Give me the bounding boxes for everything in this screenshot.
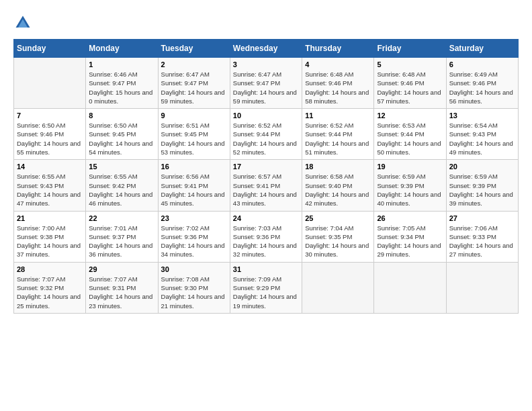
day-number: 7 bbox=[17, 111, 83, 120]
day-cell: 29 Sunrise: 7:07 AM Sunset: 9:31 PM Dayl… bbox=[86, 262, 158, 313]
day-cell: 27 Sunrise: 7:06 AM Sunset: 9:33 PM Dayl… bbox=[446, 211, 518, 262]
day-info: Sunrise: 7:06 AM Sunset: 9:33 PM Dayligh… bbox=[449, 224, 515, 259]
header-cell-friday: Friday bbox=[374, 40, 446, 58]
day-cell: 23 Sunrise: 7:02 AM Sunset: 9:36 PM Dayl… bbox=[158, 211, 230, 262]
day-cell bbox=[302, 262, 374, 313]
day-info: Sunrise: 7:03 AM Sunset: 9:36 PM Dayligh… bbox=[233, 224, 299, 259]
day-info: Sunrise: 6:48 AM Sunset: 9:46 PM Dayligh… bbox=[377, 70, 443, 105]
day-info: Sunrise: 6:51 AM Sunset: 9:45 PM Dayligh… bbox=[161, 121, 227, 156]
header-row: SundayMondayTuesdayWednesdayThursdayFrid… bbox=[14, 40, 519, 58]
day-number: 24 bbox=[233, 214, 299, 222]
day-number: 25 bbox=[305, 214, 371, 222]
day-cell: 5 Sunrise: 6:48 AM Sunset: 9:46 PM Dayli… bbox=[374, 58, 446, 109]
day-info: Sunrise: 6:53 AM Sunset: 9:44 PM Dayligh… bbox=[377, 121, 443, 156]
day-info: Sunrise: 6:59 AM Sunset: 9:39 PM Dayligh… bbox=[377, 172, 443, 208]
day-info: Sunrise: 7:02 AM Sunset: 9:36 PM Dayligh… bbox=[161, 224, 227, 259]
day-info: Sunrise: 6:50 AM Sunset: 9:46 PM Dayligh… bbox=[17, 121, 83, 156]
day-info: Sunrise: 7:07 AM Sunset: 9:31 PM Dayligh… bbox=[89, 275, 154, 310]
day-info: Sunrise: 6:55 AM Sunset: 9:42 PM Dayligh… bbox=[89, 172, 154, 208]
day-cell: 15 Sunrise: 6:55 AM Sunset: 9:42 PM Dayl… bbox=[86, 160, 158, 211]
day-number: 12 bbox=[377, 111, 443, 120]
day-cell: 25 Sunrise: 7:04 AM Sunset: 9:35 PM Dayl… bbox=[302, 211, 374, 262]
day-number: 6 bbox=[449, 60, 515, 68]
day-info: Sunrise: 6:47 AM Sunset: 9:47 PM Dayligh… bbox=[161, 70, 227, 105]
day-info: Sunrise: 7:09 AM Sunset: 9:29 PM Dayligh… bbox=[233, 275, 299, 310]
week-row-4: 21 Sunrise: 7:00 AM Sunset: 9:38 PM Dayl… bbox=[14, 211, 519, 262]
day-cell: 14 Sunrise: 6:55 AM Sunset: 9:43 PM Dayl… bbox=[14, 160, 86, 211]
day-cell: 6 Sunrise: 6:49 AM Sunset: 9:46 PM Dayli… bbox=[446, 58, 518, 109]
header-cell-thursday: Thursday bbox=[302, 40, 374, 58]
header-cell-wednesday: Wednesday bbox=[230, 40, 302, 58]
day-info: Sunrise: 6:55 AM Sunset: 9:43 PM Dayligh… bbox=[17, 172, 83, 208]
week-row-5: 28 Sunrise: 7:07 AM Sunset: 9:32 PM Dayl… bbox=[14, 262, 519, 313]
day-number: 31 bbox=[233, 265, 299, 273]
day-info: Sunrise: 7:07 AM Sunset: 9:32 PM Dayligh… bbox=[17, 275, 83, 310]
day-info: Sunrise: 6:50 AM Sunset: 9:45 PM Dayligh… bbox=[89, 121, 154, 156]
day-info: Sunrise: 6:58 AM Sunset: 9:40 PM Dayligh… bbox=[305, 172, 371, 208]
calendar-table: SundayMondayTuesdayWednesdayThursdayFrid… bbox=[13, 39, 519, 314]
day-cell: 7 Sunrise: 6:50 AM Sunset: 9:46 PM Dayli… bbox=[14, 109, 86, 160]
day-cell: 1 Sunrise: 6:46 AM Sunset: 9:47 PM Dayli… bbox=[86, 58, 158, 109]
day-info: Sunrise: 6:57 AM Sunset: 9:41 PM Dayligh… bbox=[233, 172, 299, 208]
day-cell bbox=[446, 262, 518, 313]
day-info: Sunrise: 7:01 AM Sunset: 9:37 PM Dayligh… bbox=[89, 224, 154, 259]
logo bbox=[13, 13, 35, 32]
day-cell: 4 Sunrise: 6:48 AM Sunset: 9:46 PM Dayli… bbox=[302, 58, 374, 109]
day-number: 13 bbox=[449, 111, 515, 120]
day-number: 17 bbox=[233, 163, 299, 171]
day-info: Sunrise: 6:48 AM Sunset: 9:46 PM Dayligh… bbox=[305, 70, 371, 105]
day-number: 23 bbox=[161, 214, 227, 222]
day-number: 10 bbox=[233, 111, 299, 120]
day-cell: 2 Sunrise: 6:47 AM Sunset: 9:47 PM Dayli… bbox=[158, 58, 230, 109]
day-cell bbox=[374, 262, 446, 313]
page-header bbox=[13, 13, 519, 32]
day-info: Sunrise: 6:52 AM Sunset: 9:44 PM Dayligh… bbox=[233, 121, 299, 156]
day-number: 30 bbox=[161, 265, 227, 273]
day-cell: 11 Sunrise: 6:52 AM Sunset: 9:44 PM Dayl… bbox=[302, 109, 374, 160]
day-number: 29 bbox=[89, 265, 154, 273]
day-number: 11 bbox=[305, 111, 371, 120]
day-number: 28 bbox=[17, 265, 83, 273]
day-cell: 21 Sunrise: 7:00 AM Sunset: 9:38 PM Dayl… bbox=[14, 211, 86, 262]
day-cell: 28 Sunrise: 7:07 AM Sunset: 9:32 PM Dayl… bbox=[14, 262, 86, 313]
day-cell bbox=[14, 58, 86, 109]
day-cell: 22 Sunrise: 7:01 AM Sunset: 9:37 PM Dayl… bbox=[86, 211, 158, 262]
day-info: Sunrise: 6:56 AM Sunset: 9:41 PM Dayligh… bbox=[161, 172, 227, 208]
day-number: 15 bbox=[89, 163, 154, 171]
day-number: 4 bbox=[305, 60, 371, 68]
week-row-3: 14 Sunrise: 6:55 AM Sunset: 9:43 PM Dayl… bbox=[14, 160, 519, 211]
header-cell-saturday: Saturday bbox=[446, 40, 518, 58]
day-cell: 17 Sunrise: 6:57 AM Sunset: 9:41 PM Dayl… bbox=[230, 160, 302, 211]
day-info: Sunrise: 7:05 AM Sunset: 9:34 PM Dayligh… bbox=[377, 224, 443, 259]
day-number: 2 bbox=[161, 60, 227, 68]
day-cell: 18 Sunrise: 6:58 AM Sunset: 9:40 PM Dayl… bbox=[302, 160, 374, 211]
day-number: 16 bbox=[161, 163, 227, 171]
day-number: 5 bbox=[377, 60, 443, 68]
day-info: Sunrise: 7:08 AM Sunset: 9:30 PM Dayligh… bbox=[161, 275, 227, 310]
day-cell: 10 Sunrise: 6:52 AM Sunset: 9:44 PM Dayl… bbox=[230, 109, 302, 160]
day-cell: 16 Sunrise: 6:56 AM Sunset: 9:41 PM Dayl… bbox=[158, 160, 230, 211]
day-info: Sunrise: 6:52 AM Sunset: 9:44 PM Dayligh… bbox=[305, 121, 371, 156]
day-cell: 31 Sunrise: 7:09 AM Sunset: 9:29 PM Dayl… bbox=[230, 262, 302, 313]
day-number: 1 bbox=[89, 60, 154, 68]
day-cell: 12 Sunrise: 6:53 AM Sunset: 9:44 PM Dayl… bbox=[374, 109, 446, 160]
day-info: Sunrise: 6:47 AM Sunset: 9:47 PM Dayligh… bbox=[233, 70, 299, 105]
day-cell: 30 Sunrise: 7:08 AM Sunset: 9:30 PM Dayl… bbox=[158, 262, 230, 313]
week-row-1: 1 Sunrise: 6:46 AM Sunset: 9:47 PM Dayli… bbox=[14, 58, 519, 109]
day-cell: 19 Sunrise: 6:59 AM Sunset: 9:39 PM Dayl… bbox=[374, 160, 446, 211]
day-number: 9 bbox=[161, 111, 227, 120]
day-cell: 26 Sunrise: 7:05 AM Sunset: 9:34 PM Dayl… bbox=[374, 211, 446, 262]
day-info: Sunrise: 6:54 AM Sunset: 9:43 PM Dayligh… bbox=[449, 121, 515, 156]
header-cell-tuesday: Tuesday bbox=[158, 40, 230, 58]
day-info: Sunrise: 7:00 AM Sunset: 9:38 PM Dayligh… bbox=[17, 224, 83, 259]
day-info: Sunrise: 7:04 AM Sunset: 9:35 PM Dayligh… bbox=[305, 224, 371, 259]
day-cell: 13 Sunrise: 6:54 AM Sunset: 9:43 PM Dayl… bbox=[446, 109, 518, 160]
day-cell: 3 Sunrise: 6:47 AM Sunset: 9:47 PM Dayli… bbox=[230, 58, 302, 109]
day-cell: 24 Sunrise: 7:03 AM Sunset: 9:36 PM Dayl… bbox=[230, 211, 302, 262]
logo-icon bbox=[13, 13, 32, 32]
header-cell-monday: Monday bbox=[86, 40, 158, 58]
day-info: Sunrise: 6:46 AM Sunset: 9:47 PM Dayligh… bbox=[89, 70, 154, 105]
day-cell: 9 Sunrise: 6:51 AM Sunset: 9:45 PM Dayli… bbox=[158, 109, 230, 160]
header-cell-sunday: Sunday bbox=[14, 40, 86, 58]
day-number: 19 bbox=[377, 163, 443, 171]
